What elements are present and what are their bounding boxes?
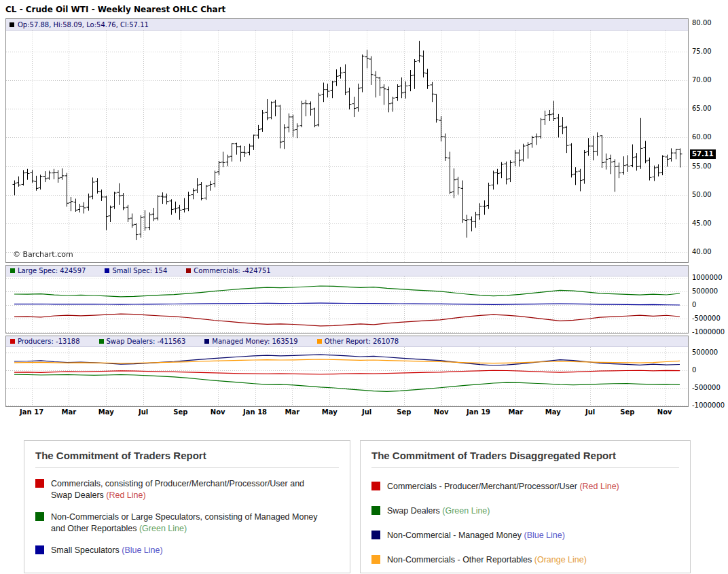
panel-legend-item: Small Spec: 154 xyxy=(105,267,167,274)
barchart-watermark: © Barchart.com xyxy=(13,250,73,259)
panel-legend-item: Producers: -13188 xyxy=(10,338,80,345)
report-line-label: (Red Line) xyxy=(106,490,145,500)
report-item-text: Non-Commercial - Managed Money (Blue Lin… xyxy=(387,530,565,541)
x-tick-label: Mar xyxy=(285,408,300,416)
panel-legend-item: Swap Dealers: -411563 xyxy=(99,338,186,345)
x-tick-label: Jan 19 xyxy=(467,408,490,416)
panel-legend-item: Managed Money: 163519 xyxy=(204,338,297,345)
report-title: The Commitment of Traders Disaggregated … xyxy=(371,450,679,461)
y-axis-label: 500000 xyxy=(692,348,718,356)
x-tick-label: Nov xyxy=(657,408,672,416)
report-items: Commercials - Producer/Merchant/Processo… xyxy=(371,481,679,566)
legend-swatch xyxy=(204,339,209,344)
report-swatch xyxy=(371,531,380,539)
report-swatch xyxy=(35,512,44,521)
x-tick-label: Sep xyxy=(397,408,411,416)
ohlc-info-text: Op:57.88, Hi:58.09, Lo:54.76, Cl:57.11 xyxy=(18,21,149,29)
report-swatch xyxy=(35,479,44,488)
y-axis-label: 65.00 xyxy=(692,105,712,112)
cot-legend: Large Spec: 424597Small Spec: 154Commerc… xyxy=(6,266,688,276)
x-tick-label: May xyxy=(98,408,114,416)
y-axis-label: -500000 xyxy=(692,315,721,322)
y-axis-label: 70.00 xyxy=(692,76,712,84)
report-item-text: Non-Commercials - Other Reportables (Ora… xyxy=(387,554,587,566)
y-axis-label: -1000000 xyxy=(692,401,725,409)
report-box-cot: The Commitment of Traders Report Commerc… xyxy=(24,440,350,573)
legend-swatch xyxy=(317,339,322,344)
ohlc-info-swatch xyxy=(10,22,14,27)
panel-legend-item: Other Report: 261078 xyxy=(317,338,399,345)
x-tick-label: Mar xyxy=(509,408,524,416)
report-item-text: Small Speculators (Blue Line) xyxy=(51,545,163,556)
report-item: Non-Commercials - Other Reportables (Ora… xyxy=(371,554,679,566)
legend-label: Managed Money: 163519 xyxy=(212,338,297,345)
report-item-text: Commercials - Producer/Merchant/Processo… xyxy=(387,481,619,492)
x-tick-label: Nov xyxy=(434,408,449,416)
y-axis-label: 50.00 xyxy=(692,191,712,198)
x-tick-label: May xyxy=(545,408,561,416)
x-tick-label: Jul xyxy=(585,408,595,416)
y-axis-label: 55.00 xyxy=(692,162,712,170)
x-tick-label: Jul xyxy=(362,408,371,416)
x-tick-label: Sep xyxy=(173,408,187,416)
page-title: CL - Crude Oil WTI - Weekly Nearest OHLC… xyxy=(5,5,225,14)
report-box-disagg: The Commitment of Traders Disaggregated … xyxy=(360,440,691,573)
x-tick-label: Mar xyxy=(62,408,77,416)
report-item: Commercials - Producer/Merchant/Processo… xyxy=(371,481,679,492)
cot-canvas xyxy=(6,276,688,333)
y-axis-label: -500000 xyxy=(692,384,721,391)
y-axis-label: 0 xyxy=(692,301,696,308)
report-swatch xyxy=(371,506,380,515)
main-chart-panel: Op:57.88, Hi:58.09, Lo:54.76, Cl:57.11 ©… xyxy=(5,18,689,263)
legend-swatch xyxy=(99,339,104,344)
report-swatch xyxy=(35,545,44,554)
cot-panel: Large Spec: 424597Small Spec: 154Commerc… xyxy=(5,265,689,334)
disagg-panel: Producers: -13188Swap Dealers: -411563Ma… xyxy=(5,336,689,407)
y-axis-label: 60.00 xyxy=(692,133,712,141)
report-item-text: Swap Dealers (Green Line) xyxy=(387,505,490,517)
report-swatch xyxy=(371,482,380,490)
report-item: Non-Commercial - Managed Money (Blue Lin… xyxy=(371,530,679,541)
y-axis-label: 40.00 xyxy=(692,248,712,255)
report-item: Swap Dealers (Green Line) xyxy=(371,505,679,517)
report-line-label: (Blue Line) xyxy=(122,545,162,555)
report-divider xyxy=(371,467,679,468)
x-tick-label: Jul xyxy=(139,408,148,416)
legend-label: Small Spec: 154 xyxy=(112,267,167,274)
report-item: Non-Commercials or Large Speculators, co… xyxy=(35,512,339,535)
legend-swatch xyxy=(10,268,15,273)
report-line-label: (Orange Line) xyxy=(534,555,587,564)
report-line-label: (Green Line) xyxy=(442,506,490,516)
main-chart-canvas xyxy=(6,31,688,262)
y-axis-label: -1000000 xyxy=(692,328,725,336)
x-tick-label: Jan 18 xyxy=(243,408,267,416)
legend-label: Large Spec: 424597 xyxy=(18,267,86,274)
legend-label: Other Report: 261078 xyxy=(325,338,399,345)
panel-legend-item: Large Spec: 424597 xyxy=(10,267,86,274)
report-divider xyxy=(35,467,339,468)
x-tick-label: Jan 17 xyxy=(20,408,43,416)
y-axis-label: 75.00 xyxy=(692,48,712,55)
disagg-legend: Producers: -13188Swap Dealers: -411563Ma… xyxy=(6,336,688,347)
y-axis-label: 80.00 xyxy=(692,19,712,26)
x-tick-label: Sep xyxy=(620,408,634,416)
legend-label: Producers: -13188 xyxy=(18,338,80,345)
report-swatch xyxy=(371,555,380,564)
report-item: Commercials, consisting of Producer/Merc… xyxy=(35,478,339,501)
legend-label: Commercials: -424751 xyxy=(194,267,270,274)
x-tick-label: May xyxy=(322,408,338,416)
legend-swatch xyxy=(186,268,191,273)
x-tick-label: Nov xyxy=(211,408,225,416)
y-axis-label: 500000 xyxy=(692,287,718,295)
y-axis-label: 0 xyxy=(692,366,696,374)
report-line-label: (Blue Line) xyxy=(524,531,564,540)
disagg-canvas xyxy=(6,347,688,406)
ohlc-info-bar: Op:57.88, Hi:58.09, Lo:54.76, Cl:57.11 xyxy=(6,19,688,31)
report-item-text: Commercials, consisting of Producer/Merc… xyxy=(51,478,321,501)
report-item-text: Non-Commercials or Large Speculators, co… xyxy=(51,512,321,535)
report-item: Small Speculators (Blue Line) xyxy=(35,545,339,556)
report-items: Commercials, consisting of Producer/Merc… xyxy=(35,478,339,556)
report-line-label: (Red Line) xyxy=(579,482,619,491)
panel-legend-item: Commercials: -424751 xyxy=(186,267,270,274)
legend-swatch xyxy=(10,339,15,344)
